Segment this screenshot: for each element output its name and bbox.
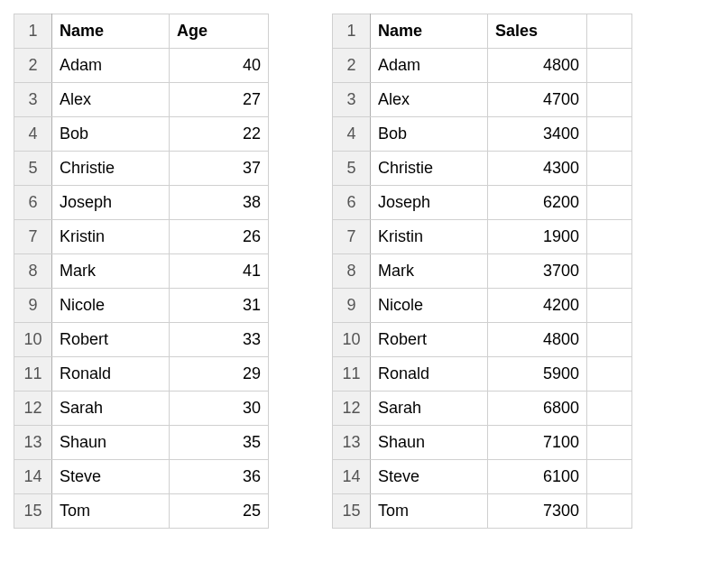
sales-cell[interactable]: 7100 [488, 426, 587, 460]
age-cell[interactable]: 29 [170, 357, 269, 392]
age-cell[interactable]: 33 [170, 323, 269, 357]
empty-cell[interactable] [587, 83, 632, 117]
empty-cell[interactable] [587, 152, 632, 186]
header-name[interactable]: Name [371, 14, 488, 49]
row-number-cell[interactable]: 8 [14, 254, 52, 289]
row-number-cell[interactable]: 1 [333, 14, 371, 49]
name-cell[interactable]: Robert [371, 323, 488, 357]
sales-cell[interactable]: 6200 [488, 186, 587, 220]
sales-cell[interactable]: 5900 [488, 357, 587, 392]
empty-cell[interactable] [587, 426, 632, 460]
age-cell[interactable]: 37 [170, 152, 269, 186]
name-cell[interactable]: Shaun [371, 426, 488, 460]
header-age[interactable]: Age [170, 14, 269, 49]
row-number-cell[interactable]: 7 [14, 220, 52, 254]
name-cell[interactable]: Mark [52, 254, 170, 289]
empty-cell[interactable] [587, 220, 632, 254]
row-number-cell[interactable]: 4 [14, 117, 52, 152]
row-number-cell[interactable]: 11 [14, 357, 52, 392]
row-number-cell[interactable]: 9 [333, 289, 371, 323]
row-number-cell[interactable]: 7 [333, 220, 371, 254]
sales-cell[interactable]: 4700 [488, 83, 587, 117]
age-cell[interactable]: 25 [170, 494, 269, 529]
row-number-cell[interactable]: 2 [333, 49, 371, 83]
name-cell[interactable]: Shaun [52, 426, 170, 460]
empty-cell[interactable] [587, 392, 632, 426]
name-cell[interactable]: Alex [52, 83, 170, 117]
row-number-cell[interactable]: 12 [14, 392, 52, 426]
sales-cell[interactable]: 4800 [488, 323, 587, 357]
empty-cell[interactable] [587, 289, 632, 323]
row-number-cell[interactable]: 5 [14, 152, 52, 186]
row-number-cell[interactable]: 10 [333, 323, 371, 357]
sales-cell[interactable]: 3400 [488, 117, 587, 152]
age-cell[interactable]: 41 [170, 254, 269, 289]
empty-cell[interactable] [587, 14, 632, 49]
sales-cell[interactable]: 4300 [488, 152, 587, 186]
name-cell[interactable]: Robert [52, 323, 170, 357]
age-cell[interactable]: 35 [170, 426, 269, 460]
row-number-cell[interactable]: 10 [14, 323, 52, 357]
row-number-cell[interactable]: 14 [333, 460, 371, 494]
name-cell[interactable]: Adam [371, 49, 488, 83]
empty-cell[interactable] [587, 49, 632, 83]
age-cell[interactable]: 38 [170, 186, 269, 220]
header-name[interactable]: Name [52, 14, 170, 49]
age-cell[interactable]: 40 [170, 49, 269, 83]
sales-cell[interactable]: 4200 [488, 289, 587, 323]
sales-cell[interactable]: 6100 [488, 460, 587, 494]
name-cell[interactable]: Bob [371, 117, 488, 152]
empty-cell[interactable] [587, 357, 632, 392]
name-cell[interactable]: Sarah [371, 392, 488, 426]
row-number-cell[interactable]: 15 [14, 494, 52, 529]
sales-cell[interactable]: 7300 [488, 494, 587, 529]
row-number-cell[interactable]: 4 [333, 117, 371, 152]
name-cell[interactable]: Mark [371, 254, 488, 289]
name-cell[interactable]: Nicole [371, 289, 488, 323]
name-cell[interactable]: Tom [52, 494, 170, 529]
empty-cell[interactable] [587, 117, 632, 152]
name-cell[interactable]: Joseph [371, 186, 488, 220]
row-number-cell[interactable]: 8 [333, 254, 371, 289]
row-number-cell[interactable]: 9 [14, 289, 52, 323]
age-cell[interactable]: 26 [170, 220, 269, 254]
name-cell[interactable]: Kristin [52, 220, 170, 254]
name-cell[interactable]: Alex [371, 83, 488, 117]
name-cell[interactable]: Joseph [52, 186, 170, 220]
sales-cell[interactable]: 1900 [488, 220, 587, 254]
age-cell[interactable]: 22 [170, 117, 269, 152]
row-number-cell[interactable]: 3 [14, 83, 52, 117]
name-cell[interactable]: Steve [371, 460, 488, 494]
name-cell[interactable]: Ronald [52, 357, 170, 392]
row-number-cell[interactable]: 13 [333, 426, 371, 460]
name-cell[interactable]: Nicole [52, 289, 170, 323]
name-cell[interactable]: Steve [52, 460, 170, 494]
name-cell[interactable]: Christie [371, 152, 488, 186]
age-cell[interactable]: 31 [170, 289, 269, 323]
row-number-cell[interactable]: 3 [333, 83, 371, 117]
age-cell[interactable]: 27 [170, 83, 269, 117]
empty-cell[interactable] [587, 186, 632, 220]
age-cell[interactable]: 36 [170, 460, 269, 494]
name-cell[interactable]: Adam [52, 49, 170, 83]
name-cell[interactable]: Sarah [52, 392, 170, 426]
row-number-cell[interactable]: 12 [333, 392, 371, 426]
name-cell[interactable]: Christie [52, 152, 170, 186]
name-cell[interactable]: Ronald [371, 357, 488, 392]
sales-cell[interactable]: 3700 [488, 254, 587, 289]
row-number-cell[interactable]: 5 [333, 152, 371, 186]
sales-cell[interactable]: 4800 [488, 49, 587, 83]
name-cell[interactable]: Bob [52, 117, 170, 152]
row-number-cell[interactable]: 14 [14, 460, 52, 494]
row-number-cell[interactable]: 13 [14, 426, 52, 460]
empty-cell[interactable] [587, 323, 632, 357]
header-sales[interactable]: Sales [488, 14, 587, 49]
row-number-cell[interactable]: 6 [14, 186, 52, 220]
row-number-cell[interactable]: 15 [333, 494, 371, 529]
name-cell[interactable]: Tom [371, 494, 488, 529]
row-number-cell[interactable]: 11 [333, 357, 371, 392]
empty-cell[interactable] [587, 494, 632, 529]
empty-cell[interactable] [587, 460, 632, 494]
age-cell[interactable]: 30 [170, 392, 269, 426]
row-number-cell[interactable]: 1 [14, 14, 52, 49]
